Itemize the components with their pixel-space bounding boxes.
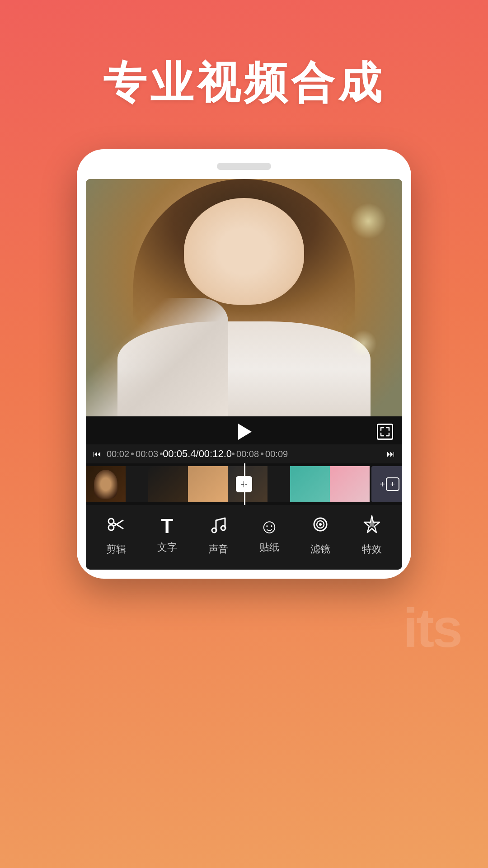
add-clip-button-1[interactable]: + <box>126 466 148 502</box>
tool-audio[interactable]: 声音 <box>208 514 229 556</box>
play-button-area[interactable] <box>113 424 377 440</box>
text-icon: T <box>161 516 173 536</box>
effect-icon <box>361 514 382 538</box>
tool-sticker[interactable]: ☺ 贴纸 <box>259 516 279 554</box>
main-title: 专业视频合成 <box>27 54 461 113</box>
thumbnail-5[interactable] <box>290 466 330 502</box>
sticker-label: 贴纸 <box>259 541 279 554</box>
filter-icon <box>310 514 331 538</box>
add-clip-button-2[interactable]: + <box>267 466 290 502</box>
play-icon <box>238 424 252 440</box>
phone-mockup: ⏮ 00:02 00:03 00:05.4/00:12.0 00:08 00:0… <box>77 149 411 579</box>
thumbnail-strip[interactable]: + + + <box>86 463 402 505</box>
time-marker-3: 00:08 <box>235 449 261 459</box>
thumbnail-1[interactable] <box>86 466 126 502</box>
svg-point-5 <box>221 526 225 530</box>
filter-svg <box>310 514 331 535</box>
effect-svg <box>361 514 382 535</box>
cut-label: 剪辑 <box>106 542 126 556</box>
filter-label: 滤镜 <box>310 542 330 556</box>
svg-point-4 <box>212 528 216 533</box>
title-area: 专业视频合成 <box>0 0 488 149</box>
current-time-label: 00:05.4/00:12.0 <box>163 448 232 460</box>
time-marker-4: 00:09 <box>263 449 290 459</box>
bottom-text-area: its <box>0 579 488 686</box>
its-text: its <box>403 597 461 659</box>
music-svg <box>208 514 229 535</box>
add-new-clip-button[interactable]: + + <box>371 466 402 502</box>
fullscreen-icon <box>380 427 390 437</box>
phone-speaker <box>217 163 271 170</box>
phone-screen: ⏮ 00:02 00:03 00:05.4/00:12.0 00:08 00:0… <box>86 179 402 570</box>
portrait-background <box>86 179 402 416</box>
tool-filter[interactable]: 滤镜 <box>310 514 331 556</box>
svg-point-8 <box>319 523 322 526</box>
music-icon <box>208 514 229 538</box>
bokeh-light-2 <box>350 330 377 357</box>
thumbnail-2[interactable] <box>148 466 188 502</box>
skip-forward-icon[interactable]: ⏭ <box>387 449 395 459</box>
playhead-line <box>244 463 245 505</box>
time-marker-2: 00:03 <box>134 449 160 459</box>
tool-effect[interactable]: 特效 <box>361 514 382 556</box>
scissors-icon <box>106 514 127 538</box>
timeline-bar[interactable]: ⏮ 00:02 00:03 00:05.4/00:12.0 00:08 00:0… <box>86 444 402 463</box>
sticker-icon: ☺ <box>259 516 279 536</box>
bokeh-light-1 <box>350 203 386 239</box>
effect-label: 特效 <box>362 542 382 556</box>
controls-bar <box>86 416 402 444</box>
scissors-svg <box>106 514 127 535</box>
face-decoration <box>184 198 304 305</box>
skip-back-icon[interactable]: ⏮ <box>93 449 101 459</box>
audio-label: 声音 <box>208 542 228 556</box>
tool-cut[interactable]: 剪辑 <box>106 514 127 556</box>
thumbnail-6[interactable] <box>330 466 370 502</box>
fullscreen-button[interactable] <box>377 424 393 440</box>
bottom-toolbar: 剪辑 T 文字 声音 ☺ 贴纸 <box>86 505 402 570</box>
video-preview <box>86 179 402 416</box>
text-label: 文字 <box>157 541 177 554</box>
timeline-track: 00:02 00:03 00:05.4/00:12.0 00:08 00:09 <box>105 448 383 460</box>
time-marker-1: 00:02 <box>105 449 131 459</box>
shoulder-decoration <box>86 298 228 417</box>
thumbnail-3[interactable] <box>188 466 228 502</box>
tool-text[interactable]: T 文字 <box>157 516 177 554</box>
